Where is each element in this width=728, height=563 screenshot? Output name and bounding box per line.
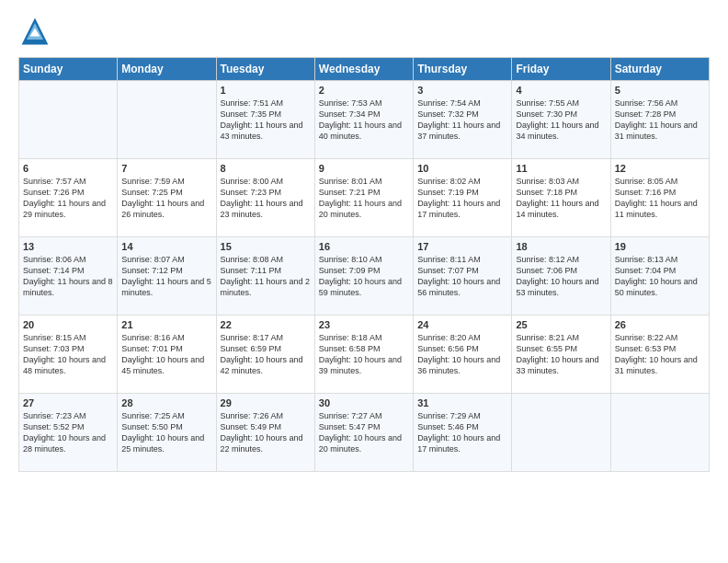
- day-info: Sunrise: 8:21 AMSunset: 6:55 PMDaylight:…: [516, 332, 606, 377]
- day-info: Sunrise: 8:02 AMSunset: 7:19 PMDaylight:…: [417, 176, 507, 221]
- day-number: 18: [516, 241, 606, 252]
- day-info: Sunrise: 7:29 AMSunset: 5:46 PMDaylight:…: [417, 410, 507, 455]
- day-number: 8: [221, 163, 311, 174]
- day-number: 3: [417, 85, 507, 96]
- calendar-cell: 31Sunrise: 7:29 AMSunset: 5:46 PMDayligh…: [414, 394, 512, 472]
- calendar-cell: 19Sunrise: 8:13 AMSunset: 7:04 PMDayligh…: [610, 237, 709, 316]
- weekday-header-wednesday: Wednesday: [314, 58, 413, 81]
- calendar-cell: 27Sunrise: 7:23 AMSunset: 5:52 PMDayligh…: [19, 394, 118, 472]
- day-info: Sunrise: 8:16 AMSunset: 7:01 PMDaylight:…: [121, 332, 211, 377]
- calendar-cell: 13Sunrise: 8:06 AMSunset: 7:14 PMDayligh…: [19, 237, 118, 316]
- day-info: Sunrise: 7:26 AMSunset: 5:49 PMDaylight:…: [221, 410, 311, 455]
- day-info: Sunrise: 8:17 AMSunset: 6:59 PMDaylight:…: [221, 332, 311, 377]
- day-number: 20: [23, 319, 113, 330]
- day-number: 29: [221, 397, 311, 408]
- calendar-cell: 28Sunrise: 7:25 AMSunset: 5:50 PMDayligh…: [118, 394, 216, 472]
- day-info: Sunrise: 8:07 AMSunset: 7:12 PMDaylight:…: [121, 254, 211, 299]
- day-info: Sunrise: 8:03 AMSunset: 7:18 PMDaylight:…: [516, 176, 606, 221]
- day-info: Sunrise: 8:13 AMSunset: 7:04 PMDaylight:…: [615, 254, 705, 299]
- day-info: Sunrise: 8:06 AMSunset: 7:14 PMDaylight:…: [23, 254, 113, 299]
- day-number: 5: [615, 85, 705, 96]
- day-number: 16: [319, 241, 409, 252]
- day-number: 25: [516, 319, 606, 330]
- calendar-week-row: 1Sunrise: 7:51 AMSunset: 7:35 PMDaylight…: [19, 81, 710, 159]
- weekday-header-monday: Monday: [118, 58, 216, 81]
- day-info: Sunrise: 7:55 AMSunset: 7:30 PMDaylight:…: [516, 98, 606, 143]
- day-info: Sunrise: 7:51 AMSunset: 7:35 PMDaylight:…: [221, 98, 311, 143]
- calendar-cell: 11Sunrise: 8:03 AMSunset: 7:18 PMDayligh…: [512, 159, 610, 237]
- weekday-header-tuesday: Tuesday: [216, 58, 314, 81]
- day-number: 7: [121, 163, 211, 174]
- calendar-cell: 30Sunrise: 7:27 AMSunset: 5:47 PMDayligh…: [314, 394, 413, 472]
- day-number: 24: [417, 319, 507, 330]
- day-info: Sunrise: 8:01 AMSunset: 7:21 PMDaylight:…: [319, 176, 409, 221]
- day-number: 15: [221, 241, 311, 252]
- calendar-cell: 26Sunrise: 8:22 AMSunset: 6:53 PMDayligh…: [610, 316, 709, 394]
- calendar-cell: 6Sunrise: 7:57 AMSunset: 7:26 PMDaylight…: [19, 159, 118, 237]
- calendar-cell: 14Sunrise: 8:07 AMSunset: 7:12 PMDayligh…: [118, 237, 216, 316]
- day-info: Sunrise: 8:05 AMSunset: 7:16 PMDaylight:…: [615, 176, 705, 221]
- day-number: 13: [23, 241, 113, 252]
- calendar-week-row: 6Sunrise: 7:57 AMSunset: 7:26 PMDaylight…: [19, 159, 710, 237]
- calendar-cell: [610, 394, 709, 472]
- day-info: Sunrise: 7:53 AMSunset: 7:34 PMDaylight:…: [319, 98, 409, 143]
- calendar-cell: 1Sunrise: 7:51 AMSunset: 7:35 PMDaylight…: [216, 81, 314, 159]
- day-number: 6: [23, 163, 113, 174]
- day-info: Sunrise: 7:27 AMSunset: 5:47 PMDaylight:…: [319, 410, 409, 455]
- day-info: Sunrise: 8:15 AMSunset: 7:03 PMDaylight:…: [23, 332, 113, 377]
- day-number: 17: [417, 241, 507, 252]
- calendar-cell: 9Sunrise: 8:01 AMSunset: 7:21 PMDaylight…: [314, 159, 413, 237]
- day-info: Sunrise: 7:59 AMSunset: 7:25 PMDaylight:…: [121, 176, 211, 221]
- day-number: 22: [221, 319, 311, 330]
- day-number: 11: [516, 163, 606, 174]
- calendar-cell: 23Sunrise: 8:18 AMSunset: 6:58 PMDayligh…: [314, 316, 413, 394]
- logo-icon: [18, 15, 51, 48]
- day-number: 30: [319, 397, 409, 408]
- weekday-header-saturday: Saturday: [610, 58, 709, 81]
- day-number: 31: [417, 397, 507, 408]
- weekday-header-friday: Friday: [512, 58, 610, 81]
- calendar-cell: 10Sunrise: 8:02 AMSunset: 7:19 PMDayligh…: [414, 159, 512, 237]
- day-info: Sunrise: 7:54 AMSunset: 7:32 PMDaylight:…: [417, 98, 507, 143]
- day-info: Sunrise: 7:56 AMSunset: 7:28 PMDaylight:…: [615, 98, 705, 143]
- day-info: Sunrise: 7:23 AMSunset: 5:52 PMDaylight:…: [23, 410, 113, 455]
- calendar-cell: 12Sunrise: 8:05 AMSunset: 7:16 PMDayligh…: [610, 159, 709, 237]
- calendar-cell: 5Sunrise: 7:56 AMSunset: 7:28 PMDaylight…: [610, 81, 709, 159]
- weekday-header-row: SundayMondayTuesdayWednesdayThursdayFrid…: [19, 58, 710, 81]
- page: SundayMondayTuesdayWednesdayThursdayFrid…: [0, 0, 728, 563]
- calendar-cell: 20Sunrise: 8:15 AMSunset: 7:03 PMDayligh…: [19, 316, 118, 394]
- day-number: 9: [319, 163, 409, 174]
- calendar-cell: 4Sunrise: 7:55 AMSunset: 7:30 PMDaylight…: [512, 81, 610, 159]
- day-info: Sunrise: 8:22 AMSunset: 6:53 PMDaylight:…: [615, 332, 705, 377]
- day-info: Sunrise: 8:18 AMSunset: 6:58 PMDaylight:…: [319, 332, 409, 377]
- day-number: 14: [121, 241, 211, 252]
- day-number: 10: [417, 163, 507, 174]
- logo: [18, 15, 55, 48]
- day-info: Sunrise: 7:57 AMSunset: 7:26 PMDaylight:…: [23, 176, 113, 221]
- calendar-cell: [512, 394, 610, 472]
- day-number: 19: [615, 241, 705, 252]
- calendar-cell: 29Sunrise: 7:26 AMSunset: 5:49 PMDayligh…: [216, 394, 314, 472]
- day-info: Sunrise: 7:25 AMSunset: 5:50 PMDaylight:…: [121, 410, 211, 455]
- day-number: 28: [121, 397, 211, 408]
- calendar-week-row: 20Sunrise: 8:15 AMSunset: 7:03 PMDayligh…: [19, 316, 710, 394]
- day-info: Sunrise: 8:10 AMSunset: 7:09 PMDaylight:…: [319, 254, 409, 299]
- header: [18, 15, 710, 48]
- calendar-cell: [19, 81, 118, 159]
- day-number: 23: [319, 319, 409, 330]
- calendar-week-row: 27Sunrise: 7:23 AMSunset: 5:52 PMDayligh…: [19, 394, 710, 472]
- calendar-week-row: 13Sunrise: 8:06 AMSunset: 7:14 PMDayligh…: [19, 237, 710, 316]
- weekday-header-thursday: Thursday: [414, 58, 512, 81]
- calendar-cell: 17Sunrise: 8:11 AMSunset: 7:07 PMDayligh…: [414, 237, 512, 316]
- day-number: 27: [23, 397, 113, 408]
- calendar-cell: [118, 81, 216, 159]
- day-number: 21: [121, 319, 211, 330]
- calendar-table: SundayMondayTuesdayWednesdayThursdayFrid…: [18, 57, 710, 472]
- day-number: 4: [516, 85, 606, 96]
- day-info: Sunrise: 8:12 AMSunset: 7:06 PMDaylight:…: [516, 254, 606, 299]
- calendar-cell: 7Sunrise: 7:59 AMSunset: 7:25 PMDaylight…: [118, 159, 216, 237]
- calendar-cell: 21Sunrise: 8:16 AMSunset: 7:01 PMDayligh…: [118, 316, 216, 394]
- day-info: Sunrise: 8:20 AMSunset: 6:56 PMDaylight:…: [417, 332, 507, 377]
- day-number: 2: [319, 85, 409, 96]
- calendar-cell: 24Sunrise: 8:20 AMSunset: 6:56 PMDayligh…: [414, 316, 512, 394]
